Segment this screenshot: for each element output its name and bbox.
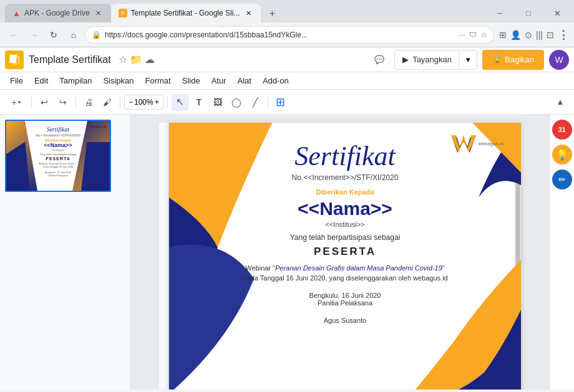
lock-share-icon: 🔒 xyxy=(492,55,502,64)
cert-diberikan-text: Diberikan Kepada xyxy=(316,188,374,196)
star-doc-icon[interactable]: ☆ xyxy=(119,54,127,65)
folder-icon[interactable]: 📁 xyxy=(130,54,142,65)
add-slide-icon[interactable]: ⊞ xyxy=(272,93,289,111)
profile-icon[interactable]: 👤 xyxy=(510,30,521,40)
maximize-button[interactable]: □ xyxy=(514,4,543,22)
logo-label: webagus.id xyxy=(479,141,503,147)
menu-tampilan[interactable]: Tampilan xyxy=(54,75,97,87)
bookmarks-icon[interactable]: ||| xyxy=(536,30,543,40)
cert-peserta-text: PESERTA xyxy=(314,246,376,258)
image-tool[interactable]: 🖼 xyxy=(209,93,226,111)
expand-button[interactable]: ▲ xyxy=(552,93,569,111)
mini-tanggal: Pada Tanggal 16 Juni 2020 xyxy=(36,165,80,168)
redo-button[interactable]: ↪ xyxy=(54,93,72,111)
star-icon[interactable]: ☆ xyxy=(480,31,487,39)
undo-button[interactable]: ↩ xyxy=(36,93,53,111)
slide-1-container: 1 Sertifikat No.<<Increment>>/STF/XI/202… xyxy=(5,120,125,192)
forward-button[interactable]: → xyxy=(25,26,42,44)
paint-format-button[interactable]: 🖌 xyxy=(99,93,116,111)
slides-favicon: S xyxy=(119,9,127,17)
present-icon: ▶ xyxy=(402,55,409,64)
slide-canvas[interactable]: webagus.id Sertifikat No.<<Increment>>/S… xyxy=(169,123,521,390)
mini-content: Sertifikat No.<<Increment>>/STF/XI/2020 … xyxy=(36,126,80,177)
cert-location-date: Bengkulu, 16 Juni 2020 xyxy=(309,292,381,299)
select-tool[interactable]: ↖ xyxy=(172,93,189,111)
text-tool[interactable]: T xyxy=(190,93,208,111)
menu-addon[interactable]: Add-on xyxy=(258,75,294,87)
menu-bar: File Edit Tampilan Sisipkan Format Slide… xyxy=(0,72,574,90)
shape-tool[interactable]: ◯ xyxy=(228,93,245,111)
tab-slides-close[interactable]: ✕ xyxy=(243,8,253,18)
tab-slides-label: Template Sertifikat - Google Sli... xyxy=(131,9,240,17)
main-area: 1 Sertifikat No.<<Increment>>/STF/XI/202… xyxy=(0,115,574,390)
share-button[interactable]: 🔒 Bagikan xyxy=(482,50,544,70)
calendar-number: 31 xyxy=(558,126,565,133)
cert-webinar-title: Peranan Desain Grafis dalam Masa Pandemi… xyxy=(275,264,442,272)
canvas-area: webagus.id Sertifikat No.<<Increment>>/S… xyxy=(131,115,549,390)
toolbar-sep-1 xyxy=(31,96,32,108)
cert-title-text: Sertifikat xyxy=(294,140,395,172)
toolbar-sep-2 xyxy=(75,96,76,108)
cert-logo: webagus.id xyxy=(451,135,503,153)
ruler-vertical xyxy=(159,123,169,390)
zoom-out-icon[interactable]: − xyxy=(129,98,133,107)
cert-content: webagus.id Sertifikat No.<<Increment>>/S… xyxy=(169,123,521,390)
tab-slides[interactable]: S Template Sertifikat - Google Sli... ✕ xyxy=(111,4,261,22)
menu-icon[interactable]: ⋮ xyxy=(558,28,569,42)
sync-icon[interactable]: ⊙ xyxy=(525,30,532,40)
back-button[interactable]: ← xyxy=(5,26,22,44)
ellipsis-icon: ··· xyxy=(459,31,465,39)
reading-icon[interactable]: ⊡ xyxy=(547,30,554,40)
edit-sidebar-icon[interactable]: ✏ xyxy=(552,170,572,189)
print-button[interactable]: 🖨 xyxy=(80,93,97,111)
header-right: 💬 ▶ Tayangkan ▾ 🔒 Bagikan W xyxy=(369,50,569,70)
browser-chrome: ▲ APK - Google Drive ✕ S Template Sertif… xyxy=(0,0,574,47)
shield-icon: 🛡 xyxy=(469,31,477,39)
calendar-sidebar-icon[interactable]: 31 xyxy=(552,120,572,140)
extensions-icon[interactable]: ⊞ xyxy=(499,30,507,40)
present-dropdown[interactable]: ▾ xyxy=(460,50,477,70)
close-button[interactable]: ✕ xyxy=(543,4,572,22)
tab-drive-label: APK - Google Drive xyxy=(24,9,90,17)
add-button[interactable]: + ▾ xyxy=(5,93,27,111)
address-bar-row: ← → ↻ ⌂ 🔒 https://docs.google.com/presen… xyxy=(0,22,574,47)
zoom-in-icon[interactable]: + xyxy=(155,98,159,107)
zoom-value: 100% xyxy=(134,98,153,107)
menu-file[interactable]: File xyxy=(5,75,28,87)
menu-edit[interactable]: Edit xyxy=(29,75,53,87)
address-box[interactable]: 🔒 https://docs.google.com/presentation/d… xyxy=(85,26,494,44)
reload-button[interactable]: ↻ xyxy=(45,26,62,44)
line-tool[interactable]: ╱ xyxy=(246,93,264,111)
lock-icon: 🔒 xyxy=(92,31,101,39)
toolbar-sep-3 xyxy=(120,96,120,108)
slide-1-thumbnail[interactable]: Sertifikat No.<<Increment>>/STF/XI/2020 … xyxy=(5,120,111,192)
ideas-sidebar-icon[interactable]: 💡 xyxy=(552,145,572,165)
mini-logo: webagus.id xyxy=(89,125,106,128)
toolbar-sep-5 xyxy=(268,96,268,108)
app-logo xyxy=(5,50,24,69)
minimize-button[interactable]: ─ xyxy=(485,4,514,22)
mini-yang: Yang telah berpartisipasi sebagai xyxy=(36,153,80,156)
app-bar: Template Sertifikat ☆ 📁 ☁ 💬 ▶ Tayangkan … xyxy=(0,47,574,72)
svg-rect-0 xyxy=(10,54,17,62)
menu-alat[interactable]: Alat xyxy=(232,75,256,87)
mini-title: Sertifikat xyxy=(36,126,80,133)
home-button[interactable]: ⌂ xyxy=(65,26,82,44)
menu-slide[interactable]: Slide xyxy=(177,75,205,87)
chat-button[interactable]: 💬 xyxy=(369,50,389,70)
cert-tanggal-text: Pada Tanggal 16 Juni 2020, yang diseleng… xyxy=(242,274,447,282)
add-dropdown-icon: ▾ xyxy=(18,99,21,105)
menu-sisipkan[interactable]: Sisipkan xyxy=(98,75,139,87)
cert-committee-text: Panitia Pelaksana xyxy=(318,299,372,307)
tab-drive[interactable]: ▲ APK - Google Drive ✕ xyxy=(5,4,111,22)
user-avatar[interactable]: W xyxy=(549,50,569,70)
logo-text-block: webagus.id xyxy=(479,141,503,147)
menu-format[interactable]: Format xyxy=(140,75,176,87)
present-button[interactable]: ▶ Tayangkan xyxy=(394,50,460,70)
tab-drive-close[interactable]: ✕ xyxy=(94,8,104,18)
menu-atur[interactable]: Atur xyxy=(207,75,231,87)
zoom-selector[interactable]: − 100% + xyxy=(124,95,163,110)
cert-institusi-text: <<Institusi>> xyxy=(326,221,365,228)
cloud-icon[interactable]: ☁ xyxy=(145,54,155,65)
new-tab-button[interactable]: + xyxy=(263,5,281,22)
